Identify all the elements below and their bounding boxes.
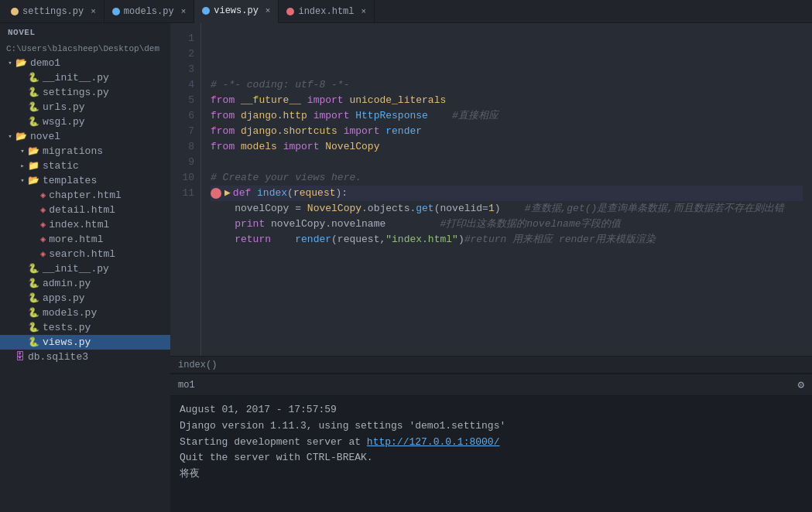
tree-file-icon: ◈ [40, 234, 46, 245]
line-number-1: 1 [178, 31, 194, 46]
tree-item-detail-html[interactable]: ◈detail.html [0, 203, 170, 217]
tree-item-demo1[interactable]: ▾📂demo1 [0, 56, 170, 70]
tree-file-icon: 🐍 [28, 87, 39, 98]
tree-label: index.html [49, 219, 109, 230]
code-line-7: # Create your views here. [211, 170, 803, 186]
tree-file-icon: 🐍 [28, 278, 39, 289]
file-tree: ▾📂demo1🐍__init__.py🐍settings.py🐍urls.py🐍… [0, 56, 170, 364]
tree-label: urls.py [43, 101, 85, 113]
tree-file-icon: 📂 [28, 145, 39, 157]
tab-icon-models [112, 8, 120, 15]
tree-label: more.html [49, 234, 103, 245]
terminal-line: August 01, 2017 - 17:57:59 [180, 402, 803, 418]
line-number-3: 3 [178, 62, 194, 77]
tab-settings[interactable]: settings.py× [3, 0, 104, 23]
tree-item-index-html[interactable]: ◈index.html [0, 217, 170, 232]
line-number-6: 6 [178, 108, 194, 124]
tree-item-migrations[interactable]: ▾📂migrations [0, 144, 170, 159]
tree-file-icon: ◈ [40, 248, 46, 260]
tree-label: admin.py [43, 278, 91, 289]
tree-item-search-html[interactable]: ◈search.html [0, 247, 170, 261]
tree-item-wsgi-py[interactable]: 🐍wsgi.py [0, 114, 170, 129]
line-number-2: 2 [178, 46, 194, 62]
tab-icon-index [286, 8, 294, 15]
line-number-4: 4 [178, 77, 194, 93]
tree-item-models-py[interactable]: 🐍models.py [0, 305, 170, 320]
tree-item-__init__-py[interactable]: 🐍__init__.py [0, 70, 170, 85]
code-line-5: from models import NovelCopy [211, 139, 803, 155]
tree-file-icon: ◈ [40, 189, 46, 201]
tree-arrow: ▾ [17, 147, 28, 155]
line-number-10: 10 [178, 170, 194, 186]
tree-item-urls-py[interactable]: 🐍urls.py [0, 100, 170, 114]
sidebar: novel C:\Users\blacsheep\Desktop\dem ▾📂d… [0, 23, 170, 512]
tab-bar: settings.py×models.py×views.py×index.htm… [0, 0, 812, 23]
tab-models[interactable]: models.py× [104, 0, 194, 23]
tree-item-chapter-html[interactable]: ◈chapter.html [0, 188, 170, 203]
tree-item-static[interactable]: ▸📁static [0, 159, 170, 173]
tree-item-settings-py[interactable]: 🐍settings.py [0, 85, 170, 100]
tab-label-index: index.html [298, 6, 354, 17]
tab-icon-settings [11, 8, 19, 15]
tree-file-icon: 📁 [28, 160, 39, 172]
terminal-text: Starting development server at [180, 436, 367, 448]
terminal-settings-icon[interactable]: ⚙ [798, 378, 804, 391]
tree-item-views-py[interactable]: 🐍views.py [0, 335, 170, 350]
tree-item-tests-py[interactable]: 🐍tests.py [0, 320, 170, 335]
tree-label: wsgi.py [43, 116, 85, 128]
code-line-6 [211, 155, 803, 170]
line-number-5: 5 [178, 93, 194, 108]
tab-close-models[interactable]: × [181, 7, 187, 16]
tree-item-db-sqlite3[interactable]: 🗄db.sqlite3 [0, 350, 170, 364]
code-line-9: novelCopy = NovelCopy.objects.get(noveli… [211, 201, 803, 217]
terminal-link[interactable]: http://127.0.0.1:8000/ [367, 436, 500, 448]
tree-file-icon: 📂 [15, 57, 27, 69]
line-numbers: 1234567891011 [170, 23, 201, 356]
tree-label: migrations [43, 145, 103, 157]
terminal-line: Django version 1.11.3, using settings 'd… [180, 418, 803, 435]
editor-status: index() [170, 356, 812, 373]
tree-arrow: ▾ [5, 132, 15, 141]
line-number-11: 11 [178, 186, 194, 201]
terminal-content: August 01, 2017 - 17:57:59Django version… [170, 396, 812, 512]
line-number-8: 8 [178, 139, 194, 155]
tree-file-icon: 🐍 [28, 322, 39, 333]
terminal-area: mo1 ⚙ August 01, 2017 - 17:57:59Django v… [170, 373, 812, 512]
breakpoint-icon [211, 188, 221, 199]
tree-arrow: ▾ [5, 59, 15, 67]
sidebar-title: novel [0, 23, 170, 42]
tree-item-more-html[interactable]: ◈more.html [0, 232, 170, 247]
tree-item-admin-py[interactable]: 🐍admin.py [0, 276, 170, 291]
tree-label: settings.py [43, 87, 109, 98]
tree-label: detail.html [49, 204, 115, 216]
tab-close-settings[interactable]: × [91, 7, 96, 16]
tree-label: db.sqlite3 [28, 351, 88, 363]
tab-index[interactable]: index.html× [279, 0, 375, 23]
tree-item-templates[interactable]: ▾📂templates [0, 173, 170, 188]
tree-label: static [43, 160, 79, 172]
tree-item-__init__-py[interactable]: 🐍__init__.py [0, 261, 170, 276]
terminal-line: Quit the server with CTRL-BREAK. [180, 450, 803, 466]
code-content[interactable]: # -*- coding: utf-8 -*-from __future__ i… [201, 23, 812, 356]
tab-views[interactable]: views.py× [194, 0, 279, 23]
tree-file-icon: 🐍 [28, 292, 39, 304]
tree-item-novel[interactable]: ▾📂novel [0, 129, 170, 144]
sidebar-path: C:\Users\blacsheep\Desktop\dem [0, 42, 170, 56]
tree-file-icon: 🐍 [28, 336, 39, 348]
tab-label-models: models.py [124, 6, 174, 17]
tree-item-apps-py[interactable]: 🐍apps.py [0, 291, 170, 305]
tree-file-icon: 🐍 [28, 116, 39, 128]
current-arrow: ▶ [224, 186, 231, 201]
tree-label: apps.py [43, 292, 85, 304]
tree-file-icon: 🐍 [28, 72, 39, 84]
tree-file-icon: 🐍 [28, 263, 39, 275]
tree-file-icon: 📂 [28, 175, 39, 186]
code-line-2: from __future__ import unicode_literals [211, 93, 803, 108]
line-number-9: 9 [178, 155, 194, 170]
tree-label: __init__.py [43, 263, 109, 275]
tab-close-views[interactable]: × [266, 6, 271, 15]
tree-label: demo1 [30, 57, 60, 69]
tab-close-index[interactable]: × [361, 7, 366, 16]
tree-label: __init__.py [43, 72, 109, 84]
terminal-line: Starting development server at http://12… [180, 435, 803, 451]
